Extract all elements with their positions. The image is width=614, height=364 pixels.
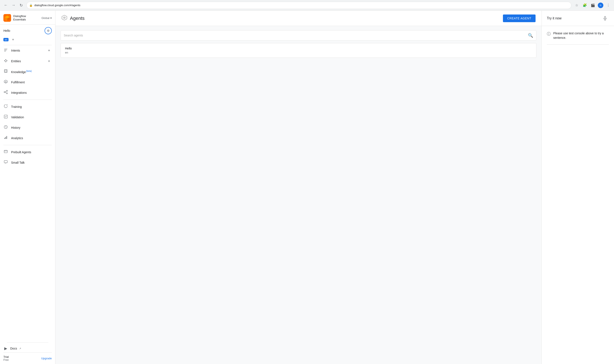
svg-rect-24: [4, 115, 7, 118]
sidebar-item-fulfillment[interactable]: Fulfillment: [0, 77, 55, 87]
right-panel-divider: [547, 44, 609, 45]
beta-badge: [beta]: [26, 70, 32, 72]
try-it-now-label: Try it now: [547, 16, 562, 20]
media-button[interactable]: 🎬: [590, 2, 596, 9]
upgrade-button[interactable]: Upgrade: [41, 357, 52, 360]
bookmark-button[interactable]: ☆: [574, 2, 580, 9]
small-talk-label: Small Talk: [11, 161, 25, 164]
add-entity-button[interactable]: +: [46, 58, 52, 64]
address-bar[interactable]: 🔒 dialogflow.cloud.google.com/#/agents: [26, 2, 571, 9]
prebuilt-agents-icon: [3, 149, 8, 155]
chevron-down-icon: ▾: [50, 16, 52, 20]
browser-actions: ☆ 🧩 🎬 n ⋮: [574, 2, 612, 9]
language-badge[interactable]: en: [3, 38, 9, 41]
main-content: Agents CREATE AGENT 🔍 Hello en: [55, 11, 542, 364]
svg-rect-34: [604, 16, 606, 18]
sidebar-divider-lower: [3, 145, 52, 145]
trial-label: Trial: [3, 355, 9, 358]
svg-rect-16: [5, 70, 7, 72]
svg-line-13: [6, 60, 7, 60]
right-panel-header: Try it now: [542, 11, 614, 26]
microphone-button[interactable]: [601, 14, 609, 22]
integrations-label: Integrations: [11, 91, 27, 94]
global-label: Global: [41, 16, 50, 20]
back-button[interactable]: ←: [2, 2, 9, 9]
history-icon: [3, 125, 8, 130]
integrations-icon: [3, 90, 8, 95]
sidebar: Dialogflow Essentials Global ▾ Hello ⚙ e…: [0, 11, 55, 364]
svg-point-8: [5, 59, 6, 60]
svg-rect-6: [4, 51, 6, 51]
brand-name: Dialogflow Essentials: [13, 14, 26, 21]
add-intent-button[interactable]: +: [46, 48, 52, 53]
svg-rect-4: [4, 49, 7, 49]
app-container: Dialogflow Essentials Global ▾ Hello ⚙ e…: [0, 11, 614, 364]
agent-controls: ⚙: [45, 27, 52, 34]
svg-rect-28: [6, 136, 7, 139]
sidebar-item-prebuilt-agents[interactable]: Prebuilt Agents: [0, 147, 55, 157]
sidebar-item-validation[interactable]: Validation: [0, 112, 55, 122]
reload-button[interactable]: ↻: [18, 2, 24, 9]
sidebar-item-training[interactable]: Training: [0, 102, 55, 112]
info-row: ⓘ Please use test console above to try a…: [547, 31, 609, 40]
sidebar-item-integrations[interactable]: Integrations: [0, 87, 55, 98]
svg-rect-5: [4, 50, 7, 50]
docs-icon: ▶: [3, 346, 8, 351]
global-selector[interactable]: Global ▾: [41, 16, 52, 20]
search-input[interactable]: [64, 34, 526, 37]
agent-section: Hello ⚙: [0, 25, 55, 37]
external-link-icon: ↗: [19, 347, 21, 350]
dialogflow-logo: [3, 14, 11, 22]
sidebar-footer: ▶ Docs ↗ Trial Free Upgrade: [0, 338, 55, 364]
training-label: Training: [11, 105, 22, 108]
settings-button[interactable]: ⚙: [45, 27, 52, 34]
svg-point-20: [6, 90, 7, 91]
search-icon[interactable]: 🔍: [528, 33, 533, 38]
page-title: Agents: [70, 15, 85, 21]
svg-rect-31: [4, 160, 7, 163]
extensions-button[interactable]: 🧩: [582, 2, 588, 9]
svg-rect-26: [4, 138, 5, 139]
sidebar-item-history[interactable]: History: [0, 122, 55, 133]
sidebar-item-intents[interactable]: Intents +: [0, 45, 55, 56]
info-text: Please use test console above to try a s…: [553, 31, 609, 40]
content-header: Agents CREATE AGENT: [55, 11, 542, 26]
header-left: Agents: [61, 15, 85, 22]
svg-rect-27: [5, 137, 6, 139]
gear-icon: ⚙: [47, 29, 50, 32]
forward-button[interactable]: →: [10, 2, 17, 9]
sidebar-item-analytics[interactable]: Analytics: [0, 133, 55, 143]
history-label: History: [11, 126, 20, 129]
svg-point-21: [6, 93, 7, 94]
docs-label: Docs: [10, 347, 17, 350]
fulfillment-icon: [3, 79, 8, 85]
svg-rect-15: [4, 70, 6, 72]
entities-label: Entities: [11, 59, 21, 63]
more-button[interactable]: ⋮: [605, 2, 612, 9]
knowledge-icon: [3, 69, 8, 74]
fulfillment-label: Fulfillment: [11, 80, 25, 84]
small-talk-icon: [3, 160, 8, 165]
trial-sublabel: Free: [3, 358, 9, 362]
svg-line-23: [5, 92, 7, 93]
analytics-icon: [3, 135, 8, 141]
browser-chrome: ← → ↻ 🔒 dialogflow.cloud.google.com/#/ag…: [0, 0, 614, 11]
svg-line-22: [5, 91, 7, 92]
agent-card[interactable]: Hello en: [61, 43, 536, 58]
knowledge-label: Knowledge[beta]: [11, 70, 32, 74]
user-avatar[interactable]: n: [598, 2, 603, 8]
svg-line-11: [5, 60, 5, 60]
svg-marker-18: [5, 81, 7, 83]
sidebar-item-entities[interactable]: Entities +: [0, 56, 55, 66]
docs-item[interactable]: ▶ Docs ↗: [3, 344, 52, 352]
lock-icon: 🔒: [29, 4, 33, 7]
sidebar-nav: Intents + Entities + Knowled: [0, 45, 55, 338]
validation-label: Validation: [11, 116, 24, 119]
sidebar-item-knowledge[interactable]: Knowledge[beta]: [0, 66, 55, 77]
add-language-button[interactable]: +: [10, 37, 16, 42]
sidebar-item-small-talk[interactable]: Small Talk: [0, 157, 55, 168]
right-panel-body: ⓘ Please use test console above to try a…: [542, 26, 614, 364]
right-panel: Try it now ⓘ Please use test console abo…: [542, 11, 614, 364]
create-agent-button[interactable]: CREATE AGENT: [503, 14, 536, 22]
info-icon: ⓘ: [547, 31, 551, 37]
